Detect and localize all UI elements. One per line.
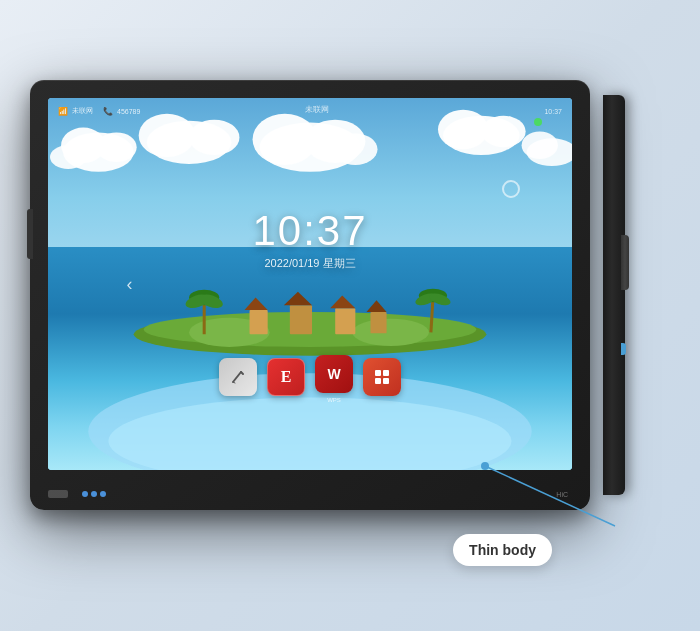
svg-point-47 <box>481 462 489 470</box>
ocean-svg <box>48 247 572 470</box>
svg-point-12 <box>438 110 488 149</box>
svg-point-3 <box>50 145 86 169</box>
svg-point-6 <box>189 120 239 155</box>
tv-bezel: 📶 未联网 📞 456789 10:37 未联网 <box>30 80 590 510</box>
tv-display: 📶 未联网 📞 456789 10:37 未联网 <box>30 80 590 510</box>
svg-rect-23 <box>250 310 268 334</box>
scene-container: 📶 未联网 📞 456789 10:37 未联网 <box>0 0 700 631</box>
screen-sky <box>48 98 572 265</box>
tv-screen: 📶 未联网 📞 456789 10:37 未联网 <box>48 98 572 470</box>
tv-side-handle[interactable] <box>621 235 629 290</box>
svg-point-2 <box>96 132 136 162</box>
screen-background: 📶 未联网 📞 456789 10:37 未联网 <box>48 98 572 470</box>
svg-rect-27 <box>335 308 355 334</box>
svg-point-5 <box>139 114 195 157</box>
side-blue-indicator <box>621 343 626 355</box>
svg-point-10 <box>333 133 377 165</box>
svg-rect-25 <box>290 305 312 334</box>
side-handle-left <box>27 209 33 259</box>
svg-line-35 <box>431 298 433 332</box>
svg-rect-29 <box>370 312 386 333</box>
indicator-dot-1 <box>82 491 88 497</box>
screen-ocean <box>48 247 572 470</box>
indicator-dot-2 <box>91 491 97 497</box>
thin-body-label: Thin body <box>469 542 536 558</box>
tv-side-profile <box>603 95 625 495</box>
thin-body-tooltip: Thin body <box>453 534 552 566</box>
indicator-dots <box>82 491 106 497</box>
tv-side-body <box>603 95 625 495</box>
svg-line-46 <box>485 466 615 526</box>
svg-point-15 <box>522 131 558 159</box>
clouds-svg <box>48 98 572 265</box>
indicator-dot-3 <box>100 491 106 497</box>
svg-point-13 <box>481 116 525 148</box>
svg-point-22 <box>352 319 429 346</box>
power-button[interactable] <box>48 490 68 498</box>
